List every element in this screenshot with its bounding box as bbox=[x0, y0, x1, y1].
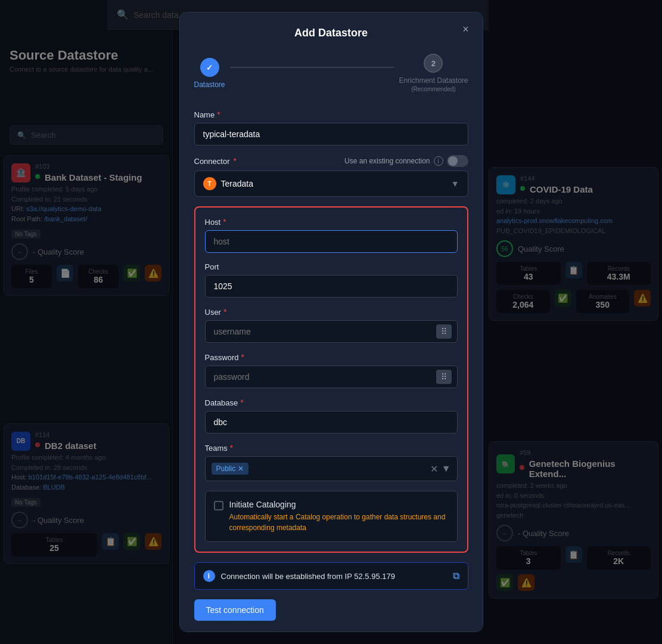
host-required: * bbox=[223, 217, 226, 227]
copy-ip-icon[interactable]: ⧉ bbox=[453, 571, 459, 581]
connector-field-group: Connector * Use an existing connection i… bbox=[194, 155, 468, 197]
ip-notice: i Connection will be established from IP… bbox=[194, 562, 468, 590]
step-connector bbox=[230, 67, 394, 68]
existing-connection-toggle-row[interactable]: Use an existing connection i bbox=[344, 155, 468, 167]
teams-actions: ✕ ▼ bbox=[430, 463, 451, 475]
ip-text: Connection will be established from IP 5… bbox=[221, 572, 447, 581]
teams-input[interactable]: Public ✕ ✕ ▼ bbox=[205, 456, 458, 481]
host-field-group: Host * bbox=[205, 217, 458, 253]
user-input-wrapper: ⠿ bbox=[205, 320, 458, 343]
modal-title: Add Datastore bbox=[194, 27, 468, 39]
info-icon[interactable]: i bbox=[434, 156, 443, 166]
step-1-circle: ✓ bbox=[200, 58, 219, 77]
name-input[interactable] bbox=[194, 123, 468, 145]
host-input[interactable] bbox=[205, 230, 458, 253]
password-input[interactable] bbox=[205, 366, 458, 388]
modal-close-button[interactable]: × bbox=[459, 22, 473, 36]
connector-required: * bbox=[233, 156, 236, 166]
step-2-circle: 2 bbox=[424, 54, 443, 73]
password-input-wrapper: ⠿ bbox=[205, 366, 458, 388]
step-2-label: Enrichment Datastore (Recommended) bbox=[399, 76, 468, 93]
connector-icon-teradata: T bbox=[203, 177, 216, 190]
name-required: * bbox=[217, 110, 220, 119]
name-field-group: Name * bbox=[194, 110, 468, 145]
port-input[interactable] bbox=[205, 275, 458, 298]
connector-value: Teradata bbox=[221, 179, 253, 188]
database-input[interactable] bbox=[205, 411, 458, 434]
user-required: * bbox=[223, 307, 226, 317]
user-icon-btn[interactable]: ⠿ bbox=[436, 324, 452, 339]
connection-fields-section: Host * Port User * ⠿ Pass bbox=[194, 206, 468, 553]
step-1[interactable]: ✓ Datastore bbox=[194, 58, 225, 89]
step-2[interactable]: 2 Enrichment Datastore (Recommended) bbox=[399, 54, 468, 93]
password-label: Password bbox=[205, 353, 239, 362]
host-label: Host bbox=[205, 218, 221, 227]
user-field-group: User * ⠿ bbox=[205, 307, 458, 343]
connector-label: Connector bbox=[194, 157, 230, 166]
user-input[interactable] bbox=[205, 320, 458, 343]
port-field-group: Port bbox=[205, 262, 458, 298]
add-datastore-modal: × Add Datastore ✓ Datastore 2 Enrichment… bbox=[179, 12, 483, 632]
teams-field-group: Teams * Public ✕ ✕ ▼ bbox=[205, 443, 458, 481]
use-existing-label: Use an existing connection bbox=[344, 157, 430, 165]
public-tag: Public ✕ bbox=[212, 463, 249, 475]
catalog-box: Initiate Cataloging Automatically start … bbox=[205, 491, 458, 542]
teams-label: Teams bbox=[205, 444, 228, 453]
use-existing-toggle[interactable] bbox=[447, 155, 468, 167]
connector-select[interactable]: T Teradata ▼ bbox=[194, 171, 468, 197]
step-1-label: Datastore bbox=[194, 80, 225, 89]
stepper: ✓ Datastore 2 Enrichment Datastore (Reco… bbox=[194, 54, 468, 93]
password-icon-btn[interactable]: ⠿ bbox=[436, 370, 452, 384]
tag-close-btn[interactable]: ✕ bbox=[238, 465, 244, 473]
catalog-title: Initiate Cataloging bbox=[229, 500, 449, 509]
clear-teams-icon[interactable]: ✕ bbox=[430, 463, 438, 475]
catalog-description: Automatically start a Catalog operation … bbox=[229, 512, 449, 533]
password-field-group: Password * ⠿ bbox=[205, 352, 458, 388]
database-required: * bbox=[240, 398, 243, 407]
name-label: Name bbox=[194, 110, 215, 119]
user-label: User bbox=[205, 308, 221, 317]
test-connection-button[interactable]: Test connection bbox=[194, 599, 276, 621]
ip-info-icon: i bbox=[203, 570, 215, 582]
database-field-group: Database * bbox=[205, 398, 458, 434]
chevron-down-teams-icon[interactable]: ▼ bbox=[442, 463, 451, 475]
teams-required: * bbox=[230, 443, 233, 453]
catalog-checkbox[interactable] bbox=[214, 501, 223, 510]
port-label: Port bbox=[205, 262, 219, 271]
database-label: Database bbox=[205, 398, 238, 407]
toggle-thumb bbox=[448, 156, 458, 166]
password-required: * bbox=[241, 352, 244, 362]
chevron-down-icon: ▼ bbox=[451, 179, 459, 188]
